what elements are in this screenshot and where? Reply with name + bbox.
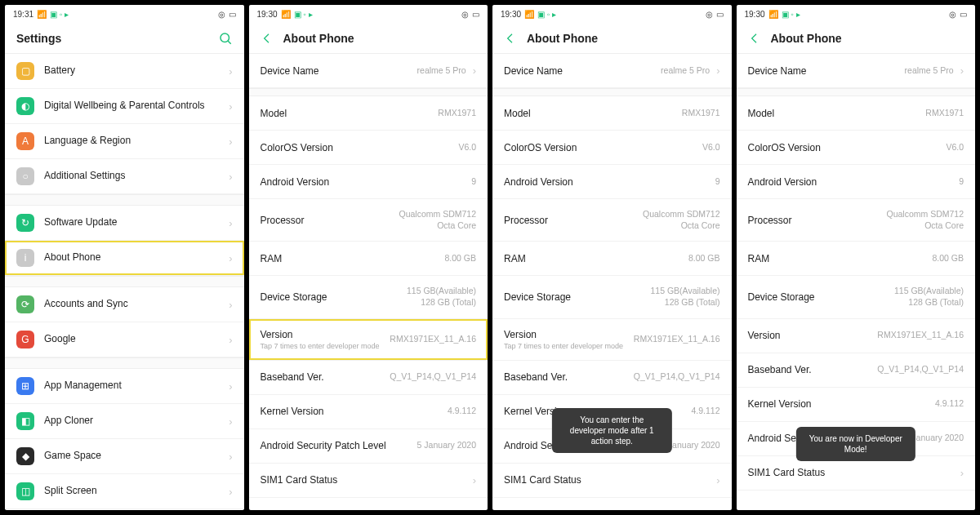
about-row[interactable]: Device Storage115 GB(Available)128 GB (T… bbox=[249, 276, 488, 318]
about-row[interactable]: SIM1 Card Status› bbox=[249, 464, 488, 498]
about-row[interactable]: RAM8.00 GB bbox=[492, 242, 732, 276]
about-row[interactable]: ModelRMX1971 bbox=[492, 96, 732, 131]
back-icon[interactable] bbox=[504, 32, 517, 45]
about-row[interactable]: Kernel Version4.9.112 bbox=[249, 395, 488, 429]
settings-header: Settings bbox=[5, 23, 244, 54]
svg-point-0 bbox=[220, 33, 229, 42]
about-row[interactable]: Device Namerealme 5 Pro› bbox=[737, 54, 976, 88]
about-label: Processor bbox=[261, 215, 399, 226]
about-value: RMX1971EX_11_A.16 bbox=[877, 330, 964, 341]
about-label: Model bbox=[504, 108, 682, 119]
section-divider bbox=[492, 88, 732, 96]
chevron-right-icon: › bbox=[229, 451, 232, 463]
about-row[interactable]: VersionTap 7 times to enter developer mo… bbox=[492, 319, 732, 361]
phone-about-highlight: 19:30 📶 ▣ ◦ ▸ ◎ ▭ About Phone Device Nam… bbox=[249, 5, 488, 510]
settings-item[interactable]: ◫Split Screen› bbox=[5, 474, 244, 509]
about-sub: Tap 7 times to enter developer mode bbox=[504, 342, 634, 350]
about-row[interactable]: ColorOS VersionV6.0 bbox=[737, 131, 976, 165]
item-label: About Phone bbox=[44, 251, 222, 264]
vibrate-icon: ◎ bbox=[461, 10, 469, 19]
about-row[interactable]: Device Storage115 GB(Available)128 GB (T… bbox=[492, 276, 732, 318]
about-row[interactable]: VersionTap 7 times to enter developer mo… bbox=[249, 319, 488, 361]
status-bar: 19:30 📶 ▣ ◦ ▸ ◎ ▭ bbox=[492, 5, 732, 23]
about-label: Model bbox=[261, 108, 439, 119]
chevron-right-icon: › bbox=[229, 380, 232, 393]
about-row[interactable]: ProcessorQualcomm SDM712Octa Core bbox=[249, 199, 488, 242]
settings-item[interactable]: ◆Game Space› bbox=[5, 439, 244, 474]
about-value: RMX1971 bbox=[682, 108, 720, 119]
chevron-right-icon: › bbox=[716, 474, 719, 486]
item-label: Split Screen bbox=[44, 485, 222, 498]
about-label: SIM1 Card Status bbox=[261, 474, 466, 486]
about-row[interactable]: Baseband Ver.Q_V1_P14,Q_V1_P14 bbox=[492, 361, 732, 395]
about-value: V6.0 bbox=[458, 142, 476, 153]
about-row[interactable]: ModelRMX1971 bbox=[249, 96, 488, 131]
settings-item[interactable]: iAbout Phone› bbox=[5, 241, 244, 276]
toast: You can enter the developer mode after 1… bbox=[552, 408, 671, 453]
settings-item[interactable]: GGoogle› bbox=[5, 322, 244, 357]
about-row[interactable]: Device Namerealme 5 Pro› bbox=[492, 54, 732, 88]
about-row[interactable]: SIM1 Card Status› bbox=[492, 464, 732, 498]
about-label: Device Name bbox=[261, 65, 417, 77]
about-row[interactable]: Baseband Ver.Q_V1_P14,Q_V1_P14 bbox=[737, 353, 976, 388]
vibrate-icon: ◎ bbox=[706, 10, 713, 19]
about-row[interactable]: VersionRMX1971EX_11_A.16 bbox=[737, 319, 976, 353]
status-misc-icon: ▣ ◦ ▸ bbox=[294, 10, 313, 19]
about-value: 9 bbox=[715, 176, 720, 188]
about-row[interactable]: Device Namerealme 5 Pro› bbox=[249, 54, 488, 88]
signal-icon: 📶 bbox=[768, 10, 778, 19]
about-row[interactable]: Kernel Version4.9.112 bbox=[737, 388, 976, 422]
about-row[interactable]: Android Version9 bbox=[737, 165, 976, 199]
battery-icon: ▭ bbox=[960, 10, 967, 19]
item-icon: ○ bbox=[16, 167, 34, 185]
about-label: Kernel Version bbox=[748, 398, 935, 410]
back-icon[interactable] bbox=[261, 32, 274, 45]
about-row[interactable]: Android Security Patch Level5 January 20… bbox=[249, 429, 488, 464]
item-icon: A bbox=[16, 132, 34, 150]
item-icon: ◧ bbox=[16, 412, 34, 430]
section-divider bbox=[249, 88, 488, 96]
settings-item[interactable]: ▢Battery› bbox=[5, 54, 244, 89]
back-icon[interactable] bbox=[748, 32, 761, 45]
settings-item[interactable]: ALanguage & Region› bbox=[5, 124, 244, 159]
settings-item[interactable]: ⟳Accounts and Sync› bbox=[5, 287, 244, 322]
about-label: Device Storage bbox=[504, 291, 650, 303]
settings-item[interactable]: ↻Software Update› bbox=[5, 206, 244, 241]
about-row[interactable]: Android Version9 bbox=[492, 165, 732, 199]
about-value: 8.00 GB bbox=[444, 253, 476, 264]
about-label: SIM1 Card Status bbox=[748, 467, 954, 478]
settings-item[interactable]: ⊞App Management› bbox=[5, 369, 244, 404]
about-value: RMX1971 bbox=[925, 108, 964, 119]
about-row[interactable]: ColorOS VersionV6.0 bbox=[249, 131, 488, 165]
about-row[interactable]: ColorOS VersionV6.0 bbox=[492, 131, 732, 165]
page-title: Settings bbox=[16, 32, 208, 45]
about-row[interactable]: ModelRMX1971 bbox=[737, 96, 976, 131]
about-row[interactable]: Baseband Ver.Q_V1_P14,Q_V1_P14 bbox=[249, 361, 488, 395]
about-header: About Phone bbox=[249, 23, 488, 54]
chevron-right-icon: › bbox=[960, 467, 964, 479]
about-row[interactable]: RAM8.00 GB bbox=[249, 242, 488, 276]
settings-item[interactable]: ○Additional Settings› bbox=[5, 159, 244, 194]
about-row[interactable]: Android Version9 bbox=[249, 165, 488, 199]
about-label: ColorOS Version bbox=[504, 142, 702, 153]
item-icon: ◆ bbox=[16, 447, 34, 465]
chevron-right-icon: › bbox=[229, 334, 232, 346]
about-row[interactable]: RAM8.00 GB bbox=[737, 242, 976, 276]
about-value: Qualcomm SDM712Octa Core bbox=[886, 209, 964, 231]
about-value: 4.9.112 bbox=[691, 406, 719, 417]
search-icon[interactable] bbox=[218, 31, 233, 46]
about-label: Version bbox=[748, 330, 878, 341]
item-label: Google bbox=[44, 333, 222, 346]
settings-item[interactable]: ◧App Cloner› bbox=[5, 404, 244, 439]
settings-item[interactable]: ◐Digital Wellbeing & Parental Controls› bbox=[5, 89, 244, 124]
about-label: Android Version bbox=[748, 176, 960, 188]
section-divider bbox=[5, 357, 244, 369]
item-label: Game Space bbox=[44, 450, 222, 463]
battery-icon: ▭ bbox=[229, 10, 236, 19]
phone-about-toast1: 19:30 📶 ▣ ◦ ▸ ◎ ▭ About Phone Device Nam… bbox=[492, 5, 732, 510]
page-title: About Phone bbox=[527, 32, 720, 45]
about-value: 115 GB(Available)128 GB (Total) bbox=[650, 286, 719, 308]
about-row[interactable]: Device Storage115 GB(Available)128 GB (T… bbox=[737, 276, 976, 318]
about-row[interactable]: ProcessorQualcomm SDM712Octa Core bbox=[492, 199, 732, 242]
about-row[interactable]: ProcessorQualcomm SDM712Octa Core bbox=[737, 199, 976, 242]
